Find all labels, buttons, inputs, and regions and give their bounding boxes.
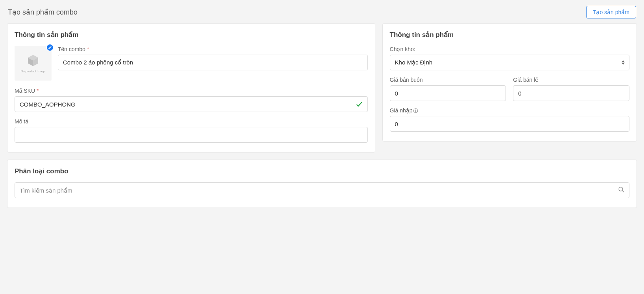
warehouse-select[interactable] <box>390 55 629 70</box>
combo-classify-title: Phân loại combo <box>15 167 629 175</box>
sku-input[interactable] <box>15 96 368 112</box>
wholesale-price-input[interactable] <box>390 85 506 101</box>
page-header: Tạo sản phẩm combo Tạo sản phẩm <box>0 0 644 23</box>
required-indicator: * <box>37 88 39 94</box>
product-info-card-right: Thông tin sản phẩm Chọn kho: Giá bán buô… <box>382 23 637 141</box>
create-product-button[interactable]: Tạo sản phẩm <box>586 6 636 18</box>
required-indicator: * <box>87 46 89 52</box>
edit-image-button[interactable] <box>46 44 54 51</box>
product-info-card-left: Thông tin sản phẩm No product image <box>7 23 375 153</box>
product-info-title-right: Thông tin sản phẩm <box>390 31 629 39</box>
pencil-icon <box>48 46 52 50</box>
import-price-label: Giá nhập <box>390 107 629 114</box>
retail-price-input[interactable] <box>513 85 629 101</box>
description-input[interactable] <box>15 127 368 143</box>
description-label: Mô tả <box>15 118 368 125</box>
combo-classify-card: Phân loại combo <box>7 160 637 208</box>
page-title: Tạo sản phẩm combo <box>8 8 78 17</box>
svg-point-2 <box>415 110 416 110</box>
sku-label: Mã SKU * <box>15 88 368 94</box>
import-price-input[interactable] <box>390 116 629 132</box>
retail-price-label: Giá bán lẻ <box>513 77 629 83</box>
check-icon <box>355 100 363 108</box>
product-image-placeholder[interactable]: No product image <box>15 46 52 81</box>
svg-point-3 <box>619 187 623 191</box>
wholesale-price-label: Giá bán buôn <box>390 77 506 83</box>
combo-name-input[interactable] <box>58 55 368 70</box>
product-search-input[interactable] <box>15 182 629 198</box>
info-icon <box>413 108 419 114</box>
search-icon <box>618 186 625 194</box>
svg-line-4 <box>622 191 624 192</box>
no-image-label: No product image <box>20 70 45 73</box>
combo-name-label: Tên combo * <box>58 46 368 52</box>
product-info-title-left: Thông tin sản phẩm <box>15 31 368 39</box>
box-icon <box>26 54 40 67</box>
warehouse-label: Chọn kho: <box>390 46 629 52</box>
